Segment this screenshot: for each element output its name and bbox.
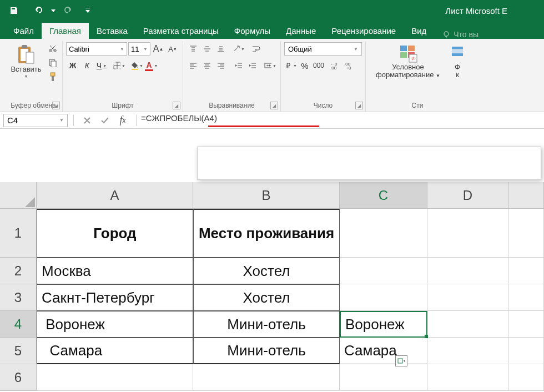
cell-A5[interactable]: Самара bbox=[37, 338, 193, 364]
clipboard-dialog-launcher[interactable]: ◢ bbox=[52, 102, 60, 109]
tell-me-search[interactable]: Что вы bbox=[442, 30, 478, 39]
decrease-font-button[interactable]: A▼ bbox=[166, 42, 179, 56]
bold-button[interactable]: Ж bbox=[66, 59, 79, 72]
wrap-text-button[interactable] bbox=[250, 42, 263, 56]
decrease-decimal-button[interactable]: .00→0 bbox=[342, 59, 356, 72]
column-header-D[interactable]: D bbox=[427, 182, 508, 209]
tab-formulas[interactable]: Формулы bbox=[226, 23, 278, 39]
tab-review[interactable]: Рецензирование bbox=[324, 23, 404, 39]
redo-button[interactable] bbox=[59, 2, 75, 19]
column-header-B[interactable]: B bbox=[193, 182, 340, 209]
row-header-5[interactable]: 5 bbox=[0, 338, 37, 364]
qat-customize[interactable] bbox=[84, 2, 91, 19]
percent-format-button[interactable]: % bbox=[298, 59, 311, 72]
cell-A3[interactable]: Сакнт-Петербург bbox=[37, 284, 193, 311]
row-header-2[interactable]: 2 bbox=[0, 258, 37, 284]
cell-E6[interactable] bbox=[508, 364, 544, 391]
format-painter-button[interactable] bbox=[47, 71, 59, 83]
column-header-A[interactable]: A bbox=[37, 182, 193, 209]
cell-A1[interactable]: Город bbox=[37, 209, 193, 258]
fill-color-button[interactable]: ▼ bbox=[130, 59, 144, 72]
cell-C4[interactable]: Воронеж bbox=[340, 311, 427, 338]
merge-center-button[interactable]: ▼ bbox=[264, 59, 277, 72]
column-header-C[interactable]: C bbox=[340, 182, 427, 209]
align-center-button[interactable] bbox=[200, 59, 214, 72]
copy-button[interactable] bbox=[47, 57, 59, 69]
cell-D2[interactable] bbox=[427, 258, 508, 284]
name-box[interactable]: C4 ▼ bbox=[3, 114, 68, 127]
cell-C2[interactable] bbox=[340, 258, 427, 284]
italic-button[interactable]: К bbox=[80, 59, 94, 72]
font-color-button[interactable]: A▼ bbox=[145, 59, 158, 72]
align-right-button[interactable] bbox=[214, 59, 228, 72]
cell-C3[interactable] bbox=[340, 284, 427, 311]
tab-data[interactable]: Данные bbox=[278, 23, 324, 39]
cell-C1[interactable] bbox=[340, 209, 427, 258]
cell-C6[interactable] bbox=[340, 364, 427, 391]
select-all-corner[interactable] bbox=[0, 182, 37, 209]
decrease-indent-button[interactable] bbox=[232, 59, 245, 72]
conditional-formatting-button[interactable]: ≠ Условноеформатирование ▼ bbox=[369, 42, 447, 81]
underline-button[interactable]: Ч▼ bbox=[95, 59, 108, 72]
cell-E3[interactable] bbox=[508, 284, 544, 311]
comma-format-button[interactable]: 000 bbox=[312, 59, 325, 72]
tab-view[interactable]: Вид bbox=[404, 23, 434, 39]
font-name-selector[interactable]: Calibri ▼ bbox=[66, 42, 127, 56]
increase-decimal-button[interactable]: ←0.00 bbox=[329, 59, 342, 72]
formula-input[interactable]: =СЖПРОБЕЛЫ(A4) bbox=[139, 113, 544, 128]
worksheet-grid[interactable]: A B C D 1 Город Место проживания 2 Москв… bbox=[0, 182, 544, 392]
tab-file[interactable]: Файл bbox=[6, 23, 42, 39]
align-top-button[interactable] bbox=[187, 42, 200, 56]
cell-D4[interactable] bbox=[427, 311, 508, 338]
cell-E5[interactable] bbox=[508, 338, 544, 364]
undo-dropdown[interactable] bbox=[50, 2, 57, 19]
increase-font-button[interactable]: A▲ bbox=[152, 42, 165, 56]
borders-button[interactable]: ▼ bbox=[113, 59, 126, 72]
cell-D5[interactable] bbox=[427, 338, 508, 364]
increase-indent-button[interactable] bbox=[246, 59, 259, 72]
cell-D1[interactable] bbox=[427, 209, 508, 258]
tab-page-layout[interactable]: Разметка страницы bbox=[135, 23, 226, 39]
align-middle-button[interactable] bbox=[200, 42, 214, 56]
cell-B5[interactable]: Мини-отель bbox=[193, 338, 340, 364]
cell-B1[interactable]: Место проживания bbox=[193, 209, 340, 258]
align-left-button[interactable] bbox=[187, 59, 200, 72]
cell-B4[interactable]: Мини-отель bbox=[193, 311, 340, 338]
row-header-3[interactable]: 3 bbox=[0, 284, 37, 311]
autofill-options-button[interactable] bbox=[395, 355, 407, 366]
enter-formula-button[interactable] bbox=[97, 113, 113, 128]
alignment-dialog-launcher[interactable]: ◢ bbox=[270, 102, 278, 109]
orientation-button[interactable]: ▼ bbox=[232, 42, 245, 56]
insert-function-button[interactable]: fx bbox=[115, 113, 130, 128]
cell-E2[interactable] bbox=[508, 258, 544, 284]
format-table-button[interactable]: Фк bbox=[449, 42, 466, 81]
cell-C5[interactable]: Самара bbox=[340, 338, 427, 364]
cell-A6[interactable] bbox=[37, 364, 193, 391]
cell-A4[interactable]: Воронеж bbox=[37, 311, 193, 338]
cell-D3[interactable] bbox=[427, 284, 508, 311]
cell-E4[interactable] bbox=[508, 311, 544, 338]
tab-home[interactable]: Главная bbox=[42, 23, 89, 39]
save-button[interactable] bbox=[6, 2, 22, 19]
cell-A2[interactable]: Москва bbox=[37, 258, 193, 284]
row-header-4[interactable]: 4 bbox=[0, 311, 37, 338]
cell-B3[interactable]: Хостел bbox=[193, 284, 340, 311]
cell-E1[interactable] bbox=[508, 209, 544, 258]
accounting-format-button[interactable]: ₽▼ bbox=[284, 59, 298, 72]
number-format-selector[interactable]: Общий ▼ bbox=[284, 42, 362, 56]
paste-button[interactable]: Вставить ▼ bbox=[8, 42, 44, 79]
tab-insert[interactable]: Вставка bbox=[89, 23, 135, 39]
number-dialog-launcher[interactable]: ◢ bbox=[355, 102, 363, 109]
cell-D6[interactable] bbox=[427, 364, 508, 391]
cell-B2[interactable]: Хостел bbox=[193, 258, 340, 284]
row-header-6[interactable]: 6 bbox=[0, 364, 37, 391]
row-header-1[interactable]: 1 bbox=[0, 209, 37, 258]
font-size-selector[interactable]: 11 ▼ bbox=[128, 42, 150, 56]
column-header-E[interactable] bbox=[508, 182, 544, 209]
font-dialog-launcher[interactable]: ◢ bbox=[173, 102, 180, 109]
align-bottom-button[interactable] bbox=[214, 42, 228, 56]
cut-button[interactable] bbox=[47, 42, 59, 54]
cell-B6[interactable] bbox=[193, 364, 340, 391]
cancel-formula-button[interactable] bbox=[79, 113, 95, 128]
undo-button[interactable] bbox=[31, 2, 48, 19]
